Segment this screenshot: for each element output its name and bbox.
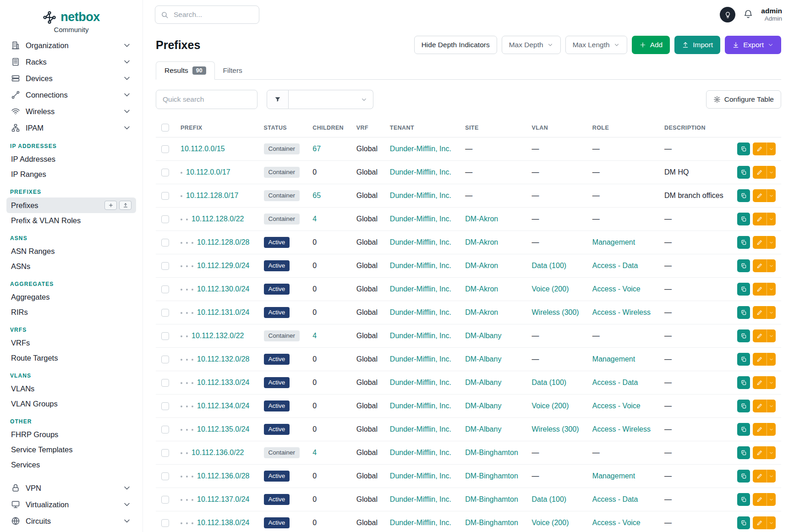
sidebar-item-services[interactable]: Services (6, 457, 136, 472)
configure-table-button[interactable]: Configure Table (706, 90, 781, 109)
role-link[interactable]: Access - Voice (592, 402, 641, 410)
copy-button[interactable] (737, 516, 750, 529)
prefix-link[interactable]: 10.112.136.0/28 (197, 472, 249, 480)
copy-button[interactable] (737, 236, 750, 249)
prefix-link[interactable]: 10.112.135.0/24 (197, 425, 249, 433)
edit-dropdown-button[interactable] (767, 493, 776, 506)
edit-dropdown-button[interactable] (767, 259, 776, 272)
role-link[interactable]: Access - Data (592, 495, 638, 503)
edit-dropdown-button[interactable] (767, 189, 776, 202)
row-checkbox[interactable] (161, 332, 169, 340)
prefix-link[interactable]: 10.112.0.0/17 (186, 168, 230, 176)
role-link[interactable]: Management (592, 355, 635, 363)
tenant-link[interactable]: Dunder-Mifflin, Inc. (390, 425, 451, 433)
site-link[interactable]: DM-Akron (465, 215, 498, 223)
copy-button[interactable] (737, 259, 750, 272)
edit-button[interactable] (753, 329, 767, 342)
edit-dropdown-button[interactable] (767, 516, 776, 529)
sidebar-item-service-templates[interactable]: Service Templates (6, 442, 136, 457)
sidebar-item-wireless[interactable]: Wireless (6, 103, 136, 120)
edit-dropdown-button[interactable] (767, 236, 776, 249)
max-depth-dropdown[interactable]: Max Depth (502, 36, 561, 54)
vlan-link[interactable]: Voice (200) (532, 285, 569, 293)
role-link[interactable]: Management (592, 238, 635, 246)
edit-button[interactable] (753, 376, 767, 389)
sidebar-item-asns[interactable]: ASNs (6, 259, 136, 274)
site-link[interactable]: DM-Binghamton (465, 519, 518, 527)
copy-button[interactable] (737, 329, 750, 342)
children-link[interactable]: 4 (312, 215, 317, 223)
site-link[interactable]: DM-Albany (465, 332, 501, 340)
edit-button[interactable] (753, 213, 767, 225)
sidebar-item-ip-ranges[interactable]: IP Ranges (6, 167, 136, 182)
prefix-link[interactable]: 10.112.132.0/28 (197, 355, 249, 363)
tab-filters[interactable]: Filters (215, 61, 251, 79)
sidebar-item-ip-addresses[interactable]: IP Addresses (6, 152, 136, 167)
prefix-link[interactable]: 10.112.138.0/24 (197, 519, 249, 527)
copy-button[interactable] (737, 283, 750, 296)
row-checkbox[interactable] (161, 215, 169, 223)
copy-button[interactable] (737, 166, 750, 179)
role-link[interactable]: Access - Voice (592, 519, 641, 527)
edit-dropdown-button[interactable] (767, 470, 776, 483)
edit-button[interactable] (753, 306, 767, 319)
export-button[interactable]: Export (725, 36, 781, 54)
row-checkbox[interactable] (161, 449, 169, 457)
sidebar-item-fhrp-groups[interactable]: FHRP Groups (6, 427, 136, 442)
tenant-link[interactable]: Dunder-Mifflin, Inc. (390, 402, 451, 410)
site-link[interactable]: DM-Binghamton (465, 449, 518, 456)
copy-button[interactable] (737, 143, 750, 155)
column-header-vlan[interactable]: VLAN (526, 118, 587, 137)
edit-button[interactable] (753, 400, 767, 412)
prefix-link[interactable]: 10.112.137.0/24 (197, 495, 249, 503)
prefix-link[interactable]: 10.112.128.0/28 (197, 238, 249, 246)
row-checkbox[interactable] (161, 496, 169, 504)
row-checkbox[interactable] (161, 309, 169, 317)
sidebar-item-ipam[interactable]: IPAM (6, 120, 136, 136)
tenant-link[interactable]: Dunder-Mifflin, Inc. (390, 378, 451, 386)
copy-button[interactable] (737, 470, 750, 483)
site-link[interactable]: DM-Akron (465, 285, 498, 293)
site-link[interactable]: DM-Albany (465, 425, 501, 433)
tenant-link[interactable]: Dunder-Mifflin, Inc. (390, 238, 451, 246)
row-checkbox[interactable] (161, 262, 169, 270)
sidebar-item-aggregates[interactable]: Aggregates (6, 290, 136, 305)
edit-button[interactable] (753, 143, 767, 155)
row-checkbox[interactable] (161, 426, 169, 433)
edit-dropdown-button[interactable] (767, 166, 776, 179)
sidebar-item-vlan-groups[interactable]: VLAN Groups (6, 396, 136, 411)
tenant-link[interactable]: Dunder-Mifflin, Inc. (390, 262, 451, 269)
prefix-link[interactable]: 10.112.133.0/24 (197, 378, 249, 386)
edit-dropdown-button[interactable] (767, 213, 776, 225)
hide-depth-indicators-button[interactable]: Hide Depth Indicators (414, 36, 497, 54)
copy-button[interactable] (737, 423, 750, 436)
tenant-link[interactable]: Dunder-Mifflin, Inc. (390, 285, 451, 293)
role-link[interactable]: Management (592, 472, 635, 480)
children-link[interactable]: 4 (312, 449, 317, 456)
role-link[interactable]: Access - Data (592, 378, 638, 386)
children-link[interactable]: 4 (312, 332, 317, 340)
edit-button[interactable] (753, 516, 767, 529)
role-link[interactable]: Access - Voice (592, 285, 641, 293)
sidebar-item-vpn[interactable]: VPN (6, 480, 136, 496)
select-all-checkbox[interactable] (161, 124, 169, 132)
sidebar-item-prefix-vlan-roles[interactable]: Prefix & VLAN Roles (6, 213, 136, 228)
column-header-vrf[interactable]: VRF (351, 118, 384, 137)
tenant-link[interactable]: Dunder-Mifflin, Inc. (390, 168, 451, 176)
site-link[interactable]: DM-Akron (465, 238, 498, 246)
site-link[interactable]: DM-Binghamton (465, 495, 518, 503)
vlan-link[interactable]: Wireless (300) (532, 308, 579, 316)
search-input[interactable] (173, 10, 253, 19)
sidebar-item-devices[interactable]: Devices (6, 70, 136, 87)
copy-button[interactable] (737, 376, 750, 389)
children-link[interactable]: 65 (312, 192, 321, 199)
row-checkbox[interactable] (161, 239, 169, 247)
row-checkbox[interactable] (161, 356, 169, 363)
sidebar-item-vlans[interactable]: VLANs (6, 381, 136, 396)
sidebar-import-prefixes-button[interactable] (119, 201, 131, 210)
prefix-link[interactable]: 10.112.134.0/24 (197, 402, 249, 410)
edit-dropdown-button[interactable] (767, 329, 776, 342)
column-header-description[interactable]: DESCRIPTION (659, 118, 732, 137)
theme-toggle-button[interactable] (720, 7, 735, 22)
edit-dropdown-button[interactable] (767, 400, 776, 412)
